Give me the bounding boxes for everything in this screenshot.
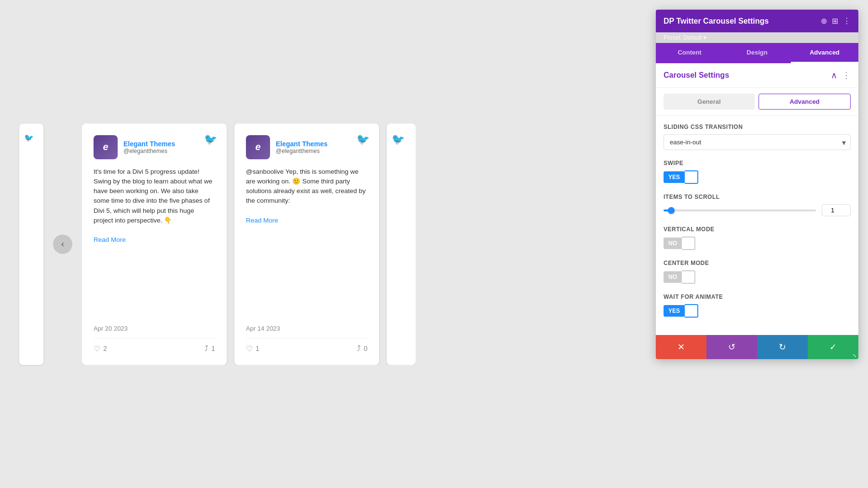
sliding-css-transition-row: Sliding CSS Transition ease ease-in ease… xyxy=(664,124,851,150)
vertical-mode-toggle-thumb xyxy=(682,237,695,250)
center-mode-row: Center Mode NO xyxy=(664,260,851,284)
shares-count-1: 1 xyxy=(211,345,215,352)
tweet-card-1: 🐦 e Elegant Themes @elegantthemes It's t… xyxy=(82,124,227,365)
user-info-2: Elegant Themes @elegantthemes xyxy=(276,140,327,154)
carousel-wrapper: 🐦 ‹ 🐦 e Elegant Themes @elegantthemes It… xyxy=(19,124,482,365)
shares-count-2: 0 xyxy=(364,345,367,352)
vertical-mode-label: Vertical Mode xyxy=(664,226,851,233)
items-to-scroll-slider-row xyxy=(664,204,851,216)
heart-icon-2: ♡ xyxy=(246,344,253,353)
wait-for-animate-row: Wait For Animate YES xyxy=(664,293,851,318)
tab-advanced[interactable]: Advanced xyxy=(791,43,858,63)
twitter-icon-2: 🐦 xyxy=(356,133,369,146)
panel-scroll: Carousel Settings ∧ ⋮ General Advanced S… xyxy=(656,63,858,335)
main-content: 🐦 ‹ 🐦 e Elegant Themes @elegantthemes It… xyxy=(0,0,868,488)
carousel-prev-button[interactable]: ‹ xyxy=(53,235,72,254)
swipe-yes-label: YES xyxy=(664,171,685,183)
tweet-actions-1: ♡ 2 ⤴ 1 xyxy=(94,338,215,353)
tweet-body-1: It's time for a Divi 5 progress update! … xyxy=(94,167,215,319)
twitter-icon-partial: 🐦 xyxy=(24,133,34,142)
section-actions: ∧ ⋮ xyxy=(831,70,851,81)
panel-icon-more[interactable]: ⋮ xyxy=(843,16,851,26)
tweet-date-2: Apr 14 2023 xyxy=(246,325,367,332)
author-name-1[interactable]: Elegant Themes xyxy=(123,140,175,148)
twitter-icon-3: 🐦 xyxy=(392,133,405,146)
wait-for-animate-toggle[interactable]: YES xyxy=(664,304,851,318)
author-handle-2: @elegantthemes xyxy=(276,148,327,154)
wait-for-animate-label: Wait For Animate xyxy=(664,293,851,300)
swipe-toggle[interactable]: YES xyxy=(664,170,851,184)
panel-icon-target[interactable]: ⊕ xyxy=(821,16,827,26)
vertical-mode-no-label: NO xyxy=(664,237,682,249)
tweet-card-3-partial: 🐦 xyxy=(387,124,416,365)
tweet-body-2: @sanboolive Yep, this is something we ar… xyxy=(246,167,367,319)
settings-panel: DP Twitter Carousel Settings ⊕ ⊞ ⋮ Prese… xyxy=(656,10,858,359)
redo-button[interactable]: ↻ xyxy=(757,335,808,359)
tweet-date-1: Apr 20 2023 xyxy=(94,325,215,332)
section-menu-icon[interactable]: ⋮ xyxy=(842,70,851,81)
sliding-css-transition-select[interactable]: ease ease-in ease-out ease-in-out linear xyxy=(664,134,851,150)
tweet-card-2: 🐦 e Elegant Themes @elegantthemes @sanbo… xyxy=(234,124,379,365)
center-mode-toggle-thumb xyxy=(682,270,695,284)
swipe-toggle-thumb xyxy=(685,170,698,184)
cancel-button[interactable]: ✕ xyxy=(656,335,706,359)
undo-button[interactable]: ↺ xyxy=(706,335,757,359)
vertical-mode-row: Vertical Mode NO xyxy=(664,226,851,250)
sub-tabs: General Advanced xyxy=(656,88,858,116)
read-more-link-2[interactable]: Read More xyxy=(246,217,278,224)
items-to-scroll-label: Items to Scroll xyxy=(664,194,851,200)
swipe-row: Swipe YES xyxy=(664,160,851,184)
sliding-css-transition-label: Sliding CSS Transition xyxy=(664,124,851,130)
panel-header: DP Twitter Carousel Settings ⊕ ⊞ ⋮ xyxy=(656,10,858,32)
likes-count-1: 2 xyxy=(103,345,107,352)
shares-2: ⤴ 0 xyxy=(357,344,367,353)
section-collapse-icon[interactable]: ∧ xyxy=(831,70,837,81)
sub-tab-general[interactable]: General xyxy=(664,94,755,110)
share-icon-1: ⤴ xyxy=(204,344,208,353)
tweet-header-1: e Elegant Themes @elegantthemes xyxy=(94,135,215,159)
likes-count-2: 1 xyxy=(256,345,259,352)
twitter-icon-1: 🐦 xyxy=(204,133,217,146)
tweet-header-2: e Elegant Themes @elegantthemes xyxy=(246,135,367,159)
tab-content[interactable]: Content xyxy=(656,43,723,63)
panel-title: DP Twitter Carousel Settings xyxy=(664,17,769,26)
left-partial-card: 🐦 xyxy=(19,124,43,365)
author-handle-1: @elegantthemes xyxy=(123,148,175,154)
likes-2: ♡ 1 xyxy=(246,344,259,353)
center-mode-toggle[interactable]: NO xyxy=(664,270,851,284)
read-more-link-1[interactable]: Read More xyxy=(94,236,126,243)
resize-handle[interactable]: ⤡ xyxy=(851,351,858,359)
tweet-actions-2: ♡ 1 ⤴ 0 xyxy=(246,338,367,353)
sub-tab-advanced[interactable]: Advanced xyxy=(759,94,851,110)
heart-icon-1: ♡ xyxy=(94,344,100,353)
sliding-css-transition-select-wrapper: ease ease-in ease-out ease-in-out linear… xyxy=(664,134,851,150)
section-title: Carousel Settings xyxy=(664,71,729,80)
section-header: Carousel Settings ∧ ⋮ xyxy=(656,63,858,88)
user-info-1: Elegant Themes @elegantthemes xyxy=(123,140,175,154)
tweet-text-1: It's time for a Divi 5 progress update! … xyxy=(94,168,212,224)
shares-1: ⤴ 1 xyxy=(204,344,215,353)
wait-for-animate-yes-label: YES xyxy=(664,305,685,317)
swipe-label: Swipe xyxy=(664,160,851,167)
panel-preset[interactable]: Preset: Default ▾ xyxy=(656,32,858,43)
settings-content: Sliding CSS Transition ease ease-in ease… xyxy=(656,116,858,335)
panel-icon-grid[interactable]: ⊞ xyxy=(832,16,838,26)
items-to-scroll-row: Items to Scroll xyxy=(664,194,851,216)
panel-header-actions: ⊕ ⊞ ⋮ xyxy=(821,16,851,26)
tab-design[interactable]: Design xyxy=(723,43,791,63)
items-to-scroll-input[interactable] xyxy=(822,204,851,216)
author-name-2[interactable]: Elegant Themes xyxy=(276,140,327,148)
wait-for-animate-toggle-thumb xyxy=(685,304,698,318)
likes-1: ♡ 2 xyxy=(94,344,107,353)
items-to-scroll-track xyxy=(664,209,816,211)
panel-tabs: Content Design Advanced xyxy=(656,43,858,63)
bottom-toolbar: ✕ ↺ ↻ ✓ xyxy=(656,335,858,359)
center-mode-no-label: NO xyxy=(664,271,682,283)
avatar-2: e xyxy=(246,135,270,159)
cards-container: 🐦 e Elegant Themes @elegantthemes It's t… xyxy=(82,124,416,365)
avatar-1: e xyxy=(94,135,118,159)
tweet-text-2: @sanboolive Yep, this is something we ar… xyxy=(246,168,366,205)
items-to-scroll-thumb[interactable] xyxy=(668,207,675,214)
share-icon-2: ⤴ xyxy=(357,344,361,353)
vertical-mode-toggle[interactable]: NO xyxy=(664,237,851,250)
